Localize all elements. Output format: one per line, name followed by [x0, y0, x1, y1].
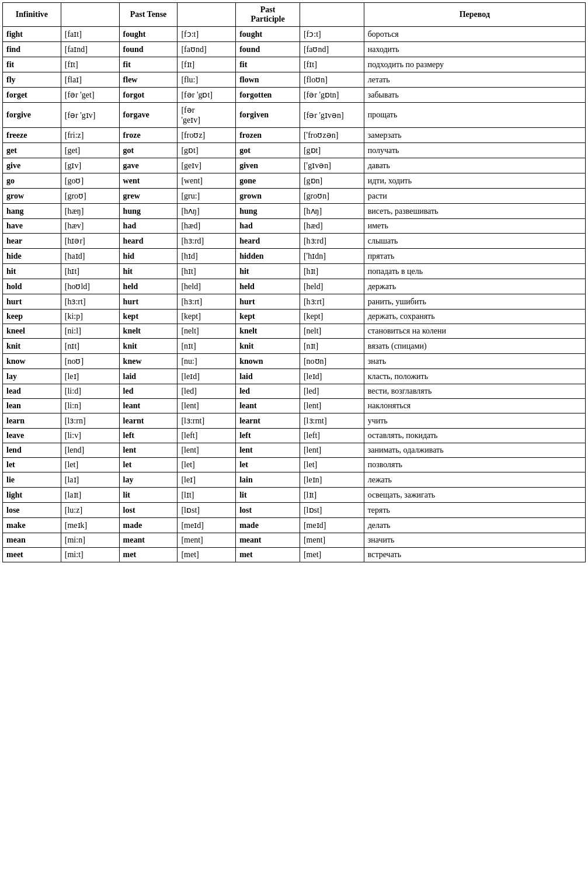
table-cell-17-3: [hɜ:rt] — [178, 294, 236, 310]
table-cell-26-3: [left] — [178, 429, 236, 443]
table-cell-17-1: [hɜ:rt] — [61, 294, 119, 310]
table-cell-2-3: [fɪt] — [178, 57, 236, 72]
table-cell-25-4: learnt — [236, 413, 300, 429]
table-cell-34-6: встречать — [364, 548, 585, 562]
table-cell-12-1: [hæv] — [61, 219, 119, 234]
table-cell-8-3: [geɪv] — [178, 158, 236, 173]
table-cell-0-0: fight — [3, 27, 61, 42]
table-cell-29-3: [leɪ] — [178, 472, 236, 488]
table-cell-1-4: found — [236, 42, 300, 57]
table-cell-32-2: made — [119, 518, 178, 533]
table-cell-9-5: [gɒn] — [300, 173, 364, 189]
table-cell-18-4: kept — [236, 310, 300, 324]
table-cell-7-2: got — [119, 143, 178, 158]
table-cell-14-6: прятать — [364, 249, 585, 264]
table-cell-19-3: [nelt] — [178, 324, 236, 339]
table-cell-31-3: [lɒst] — [178, 503, 236, 518]
table-cell-14-4: hidden — [236, 249, 300, 264]
table-cell-0-2: fought — [119, 27, 178, 42]
table-cell-9-3: [went] — [178, 173, 236, 189]
table-cell-14-0: hide — [3, 249, 61, 264]
table-cell-28-2: let — [119, 458, 178, 472]
table-cell-18-5: [kept] — [300, 310, 364, 324]
table-cell-2-5: [fɪt] — [300, 57, 364, 72]
table-cell-13-6: слышать — [364, 234, 585, 249]
table-cell-10-3: [gru:] — [178, 189, 236, 204]
table-cell-29-6: лежать — [364, 472, 585, 488]
table-cell-1-0: find — [3, 42, 61, 57]
table-cell-28-3: [let] — [178, 458, 236, 472]
table-cell-11-2: hung — [119, 204, 178, 219]
table-cell-6-3: [froʊz] — [178, 128, 236, 143]
table-cell-23-6: вести, возглавлять — [364, 384, 585, 399]
table-cell-21-4: known — [236, 354, 300, 369]
table-cell-27-5: [lent] — [300, 443, 364, 458]
table-cell-28-0: let — [3, 458, 61, 472]
table-cell-21-5: [noʊn] — [300, 354, 364, 369]
table-cell-9-4: gone — [236, 173, 300, 189]
table-cell-3-6: летать — [364, 72, 585, 88]
table-cell-13-4: heard — [236, 234, 300, 249]
table-cell-17-5: [hɜ:rt] — [300, 294, 364, 310]
table-cell-4-5: [fər 'gɒtn] — [300, 88, 364, 103]
table-cell-5-1: [fər 'gɪv] — [61, 103, 119, 128]
table-cell-0-3: [fɔ:t] — [178, 27, 236, 42]
table-cell-27-0: lend — [3, 443, 61, 458]
table-cell-18-1: [ki:p] — [61, 310, 119, 324]
table-cell-22-0: lay — [3, 369, 61, 384]
table-cell-21-1: [noʊ] — [61, 354, 119, 369]
table-cell-30-6: освещать, зажигать — [364, 488, 585, 503]
table-cell-16-1: [hoʊld] — [61, 279, 119, 294]
table-cell-16-6: держать — [364, 279, 585, 294]
header-past-tense: Past Tense — [119, 3, 178, 27]
table-cell-7-0: get — [3, 143, 61, 158]
table-cell-19-1: [ni:l] — [61, 324, 119, 339]
table-cell-26-0: leave — [3, 429, 61, 443]
table-cell-17-0: hurt — [3, 294, 61, 310]
table-cell-25-6: учить — [364, 413, 585, 429]
table-cell-30-4: lit — [236, 488, 300, 503]
table-cell-22-5: [leɪd] — [300, 369, 364, 384]
table-cell-29-0: lie — [3, 472, 61, 488]
table-cell-26-2: left — [119, 429, 178, 443]
table-cell-22-1: [leɪ] — [61, 369, 119, 384]
table-cell-33-3: [ment] — [178, 533, 236, 548]
table-cell-24-0: lean — [3, 399, 61, 413]
table-cell-32-3: [meɪd] — [178, 518, 236, 533]
table-cell-12-2: had — [119, 219, 178, 234]
table-cell-6-1: [fri:z] — [61, 128, 119, 143]
table-cell-31-4: lost — [236, 503, 300, 518]
table-cell-8-0: give — [3, 158, 61, 173]
table-cell-34-3: [met] — [178, 548, 236, 562]
table-cell-4-1: [fər 'get] — [61, 88, 119, 103]
table-cell-32-1: [meɪk] — [61, 518, 119, 533]
table-cell-14-3: [hɪd] — [178, 249, 236, 264]
table-cell-0-1: [faɪt] — [61, 27, 119, 42]
table-cell-13-0: hear — [3, 234, 61, 249]
table-cell-7-1: [get] — [61, 143, 119, 158]
table-cell-16-2: held — [119, 279, 178, 294]
table-cell-33-4: meant — [236, 533, 300, 548]
table-cell-8-2: gave — [119, 158, 178, 173]
table-cell-4-2: forgot — [119, 88, 178, 103]
table-cell-24-3: [lent] — [178, 399, 236, 413]
table-cell-13-1: [hɪər] — [61, 234, 119, 249]
table-cell-6-0: freeze — [3, 128, 61, 143]
table-cell-33-2: meant — [119, 533, 178, 548]
table-cell-2-6: подходить по размеру — [364, 57, 585, 72]
table-cell-30-0: light — [3, 488, 61, 503]
table-cell-29-4: lain — [236, 472, 300, 488]
table-cell-16-4: held — [236, 279, 300, 294]
table-cell-2-2: fit — [119, 57, 178, 72]
table-cell-29-1: [laɪ] — [61, 472, 119, 488]
table-cell-31-0: lose — [3, 503, 61, 518]
table-cell-21-6: знать — [364, 354, 585, 369]
table-cell-19-0: kneel — [3, 324, 61, 339]
table-cell-24-1: [li:n] — [61, 399, 119, 413]
table-cell-31-5: [lɒst] — [300, 503, 364, 518]
table-cell-17-4: hurt — [236, 294, 300, 310]
table-cell-16-3: [held] — [178, 279, 236, 294]
table-cell-32-0: make — [3, 518, 61, 533]
table-cell-12-6: иметь — [364, 219, 585, 234]
table-cell-12-0: have — [3, 219, 61, 234]
